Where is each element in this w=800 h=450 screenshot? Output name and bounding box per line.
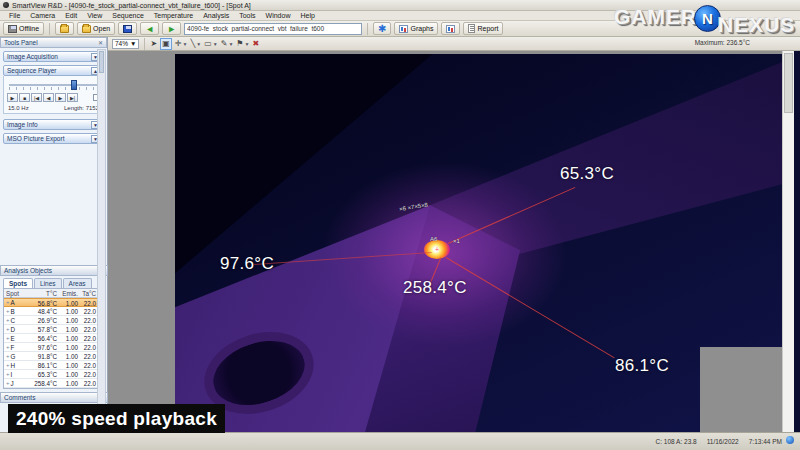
report-button[interactable]: Report (463, 22, 503, 35)
pin-icon[interactable]: ✕ (98, 39, 103, 46)
globe-icon: N (694, 5, 721, 32)
timeline-slider[interactable] (9, 80, 98, 90)
table-row[interactable]: +B 48.4°C1.0022.0 (4, 307, 104, 316)
pen-tool-button[interactable]: ✎▼ (221, 39, 234, 49)
line-tool-button[interactable]: ╲▼ (190, 39, 201, 49)
slider-ticks (9, 87, 98, 90)
menu-item-sequence[interactable]: Sequence (107, 12, 149, 19)
delete-tool-button[interactable]: ✖ (252, 39, 259, 49)
tools-panel-header: Tools Panel ✕ (0, 37, 107, 48)
analysis-objects-panel: Analysis Objects ✕ Spots Lines Areas Spo… (0, 265, 108, 403)
graphs-button[interactable]: Graphs (394, 22, 438, 35)
status-bar: C: 108 A: 23.8 11/16/2022 7:13:44 PM (0, 432, 800, 450)
first-frame-button[interactable]: |◀ (31, 93, 42, 102)
table-row[interactable]: +G 91.8°C1.0022.0 (4, 352, 104, 361)
image-viewer: 74% ▼ ➤ ▣ ✛▼ ╲▼ ▭▼ ✎▼ ⚑▼ ✖ Maximum: 236.… (108, 37, 800, 432)
menu-item-temperature[interactable]: Temperature (149, 12, 198, 19)
tab-lines[interactable]: Lines (34, 278, 62, 288)
table-row[interactable]: +H 86.1°C1.0022.0 (4, 361, 104, 370)
hotspot-crosshair-icon: + (435, 246, 439, 253)
spot-tool-button[interactable]: ✛▼ (175, 39, 188, 49)
thermal-image[interactable]: ×6 ×7×5×8 A6 ×1 + 65.3°C 97.6°C 258.4°C … (175, 54, 788, 432)
menu-item-window[interactable]: Window (261, 12, 296, 19)
slider-handle[interactable] (71, 80, 77, 90)
section-image-acquisition[interactable]: Image Acquisition ▼ (3, 51, 104, 62)
playback-speed-overlay: 240% speed playback (8, 404, 225, 433)
export-chart-button[interactable] (441, 22, 460, 35)
forward-button[interactable]: ► (162, 22, 181, 35)
zoom-dropdown[interactable]: 74% ▼ (112, 39, 139, 49)
divider (49, 23, 50, 35)
back-arrow-icon: ◄ (145, 25, 154, 33)
table-row[interactable]: +C 26.9°C1.0022.0 (4, 316, 104, 325)
scrollbar-thumb[interactable] (99, 51, 104, 73)
menu-item-camera[interactable]: Camera (25, 12, 60, 19)
menu-item-help[interactable]: Help (295, 12, 319, 19)
section-image-info[interactable]: Image Info ▼ (3, 119, 104, 130)
table-row[interactable]: +E 56.4°C1.0022.0 (4, 334, 104, 343)
stop-button[interactable]: ■ (19, 93, 30, 102)
spot-marker-icon: + (6, 334, 10, 343)
gamersnexus-logo: GAMERS N NEXUS (606, 2, 796, 34)
temperature-callout-bottom-right: 86.1°C (615, 356, 669, 376)
spot-marker-a: A6 (430, 236, 437, 242)
back-button[interactable]: ◄ (140, 22, 159, 35)
open-folder-icon (82, 25, 91, 33)
scrollbar-thumb[interactable] (784, 53, 793, 113)
section-sequence-player[interactable]: Sequence Player ▲ (3, 65, 104, 76)
table-row[interactable]: +I 65.3°C1.0022.0 (4, 370, 104, 379)
spot-marker-icon: + (6, 352, 10, 361)
settings-button[interactable]: ✱ (373, 22, 391, 35)
file-dropdown[interactable] (184, 23, 362, 35)
table-row[interactable]: +F 97.6°C1.0022.0 (4, 343, 104, 352)
section-picture-export[interactable]: MSO Picture Export ▼ (3, 133, 104, 144)
tab-spots[interactable]: Spots (3, 278, 33, 288)
spot-marker-icon: + (6, 307, 10, 316)
spot-marker-icon: + (6, 361, 10, 370)
image-edge-sliver (794, 51, 800, 432)
tools-panel: Tools Panel ✕ Image Acquisition ▼ Sequen… (0, 37, 108, 432)
open-button[interactable]: Open (77, 22, 115, 35)
offline-button[interactable]: Offline (3, 22, 44, 35)
prev-frame-button[interactable]: ◀ (43, 93, 54, 102)
spot-marker-icon: + (6, 379, 10, 388)
table-row[interactable]: +A 56.8°C1.0022.0 (4, 298, 104, 307)
camera-folder-button[interactable] (55, 22, 74, 35)
play-button[interactable]: ▶ (7, 93, 18, 102)
divider (144, 38, 145, 50)
forward-arrow-icon: ► (167, 25, 176, 33)
analysis-objects-header: Analysis Objects ✕ (0, 265, 108, 276)
spot-marker-icon: + (6, 325, 10, 334)
spot-marker-b: ×1 (453, 238, 460, 244)
next-frame-button[interactable]: ▶ (55, 93, 66, 102)
menu-item-analysis[interactable]: Analysis (198, 12, 234, 19)
menu-item-view[interactable]: View (82, 12, 107, 19)
table-row[interactable]: +D 57.8°C1.0022.0 (4, 325, 104, 334)
marker-tool-button[interactable]: ⚑▼ (236, 39, 249, 49)
table-row[interactable]: +J 258.4°C1.0022.0 (4, 379, 104, 388)
spot-marker-icon: + (6, 343, 10, 352)
comments-header: Comments ✕ (0, 392, 108, 403)
menu-item-file[interactable]: File (4, 12, 25, 19)
pointer-tool-button[interactable]: ➤ (150, 39, 157, 49)
spot-marker-icon: + (6, 370, 10, 379)
temperature-callout-left: 97.6°C (220, 254, 274, 274)
save-button[interactable] (118, 22, 137, 35)
menu-item-edit[interactable]: Edit (60, 12, 82, 19)
rectangle-tool-button[interactable]: ▭▼ (204, 39, 218, 49)
divider (367, 23, 368, 35)
document-icon (468, 24, 475, 33)
sequence-length: Length: 7152 (64, 105, 99, 111)
menu-item-tools[interactable]: Tools (234, 12, 260, 19)
spot-marker-icon: + (6, 316, 10, 325)
slider-track (9, 84, 98, 86)
maximum-temperature-label: Maximum: 236.5°C (695, 39, 750, 46)
temperature-callout-top-right: 65.3°C (560, 164, 614, 184)
app-icon (3, 2, 9, 8)
image-mode-button[interactable]: ▣ (160, 38, 172, 50)
player-info: 15.0 Hz Length: 7152 (8, 105, 99, 111)
tab-areas[interactable]: Areas (63, 278, 92, 288)
viewer-scrollbar[interactable] (782, 51, 794, 432)
last-frame-button[interactable]: ▶| (67, 93, 78, 102)
panel-scrollbar[interactable] (97, 49, 106, 431)
